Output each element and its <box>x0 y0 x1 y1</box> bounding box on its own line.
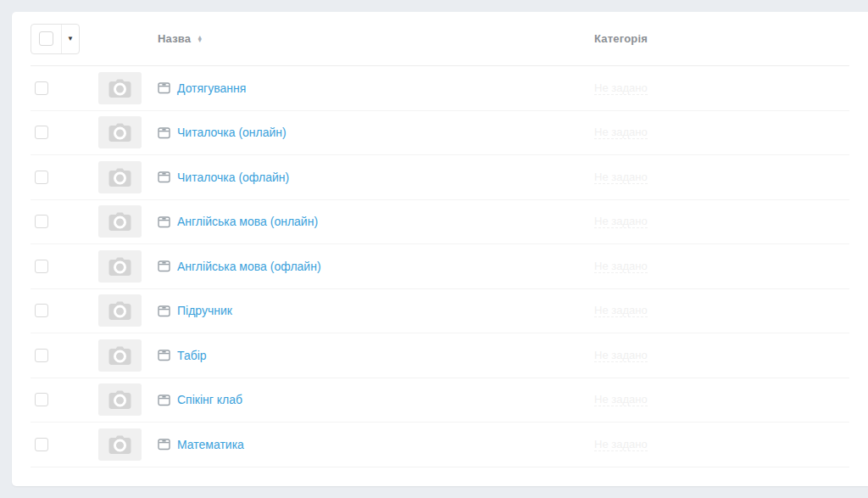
row-checkbox[interactable] <box>35 393 48 406</box>
photo-placeholder[interactable] <box>98 250 142 283</box>
table-row: Математика Не задано <box>31 422 849 467</box>
table-row: Англійська мова (онлайн) Не задано <box>31 200 849 245</box>
category-value[interactable]: Не задано <box>594 349 648 362</box>
window-icon <box>158 260 170 272</box>
row-checkbox[interactable] <box>35 126 48 139</box>
row-checkbox[interactable] <box>35 349 48 362</box>
item-name-link[interactable]: Читалочка (онлайн) <box>177 126 287 139</box>
category-value[interactable]: Не задано <box>594 304 648 317</box>
window-icon <box>158 171 170 183</box>
item-name-link[interactable]: Спікінг клаб <box>177 393 242 406</box>
camera-icon <box>108 390 131 409</box>
column-header-category: Категорія <box>594 32 648 45</box>
table-header: ▼ Назва ▲ ▼ Категорія <box>31 12 849 66</box>
item-name-link[interactable]: Табір <box>177 349 207 362</box>
window-icon <box>158 126 170 139</box>
photo-placeholder[interactable] <box>98 383 142 416</box>
item-name-link[interactable]: Математика <box>177 438 244 451</box>
category-value[interactable]: Не задано <box>594 438 648 451</box>
category-value[interactable]: Не задано <box>594 393 648 406</box>
table-body: Дотягування Не задано <box>31 66 849 467</box>
row-checkbox[interactable] <box>35 304 48 317</box>
category-value[interactable]: Не задано <box>594 215 648 228</box>
select-all-checkbox[interactable] <box>39 31 53 46</box>
row-checkbox[interactable] <box>35 438 48 451</box>
select-all-dropdown[interactable]: ▼ <box>31 24 80 54</box>
sort-arrows-icon[interactable]: ▲ ▼ <box>197 36 203 42</box>
window-icon <box>158 215 170 228</box>
row-checkbox[interactable] <box>35 171 48 184</box>
category-value[interactable]: Не задано <box>594 260 648 273</box>
camera-icon <box>108 301 131 320</box>
photo-placeholder[interactable] <box>98 294 142 327</box>
column-header-name[interactable]: Назва <box>158 32 191 45</box>
photo-placeholder[interactable] <box>98 72 142 104</box>
table-row: Читалочка (офлайн) Не задано <box>31 155 849 200</box>
window-icon <box>158 81 170 94</box>
item-name-link[interactable]: Читалочка (офлайн) <box>177 171 289 184</box>
row-checkbox[interactable] <box>35 260 48 273</box>
category-value[interactable]: Не задано <box>594 171 648 184</box>
row-checkbox[interactable] <box>35 215 48 228</box>
table-row: Дотягування Не задано <box>31 66 849 111</box>
camera-icon <box>108 257 131 276</box>
window-icon <box>158 394 170 406</box>
photo-placeholder[interactable] <box>98 339 142 372</box>
photo-placeholder[interactable] <box>98 428 142 461</box>
category-value[interactable]: Не задано <box>594 81 648 95</box>
camera-icon <box>108 123 131 142</box>
table-row: Табір Не задано <box>31 333 849 378</box>
photo-placeholder[interactable] <box>98 116 142 148</box>
photo-placeholder[interactable] <box>98 161 142 193</box>
items-table-card: ▼ Назва ▲ ▼ Категорія <box>12 12 868 486</box>
camera-icon <box>108 79 131 98</box>
item-name-link[interactable]: Підручник <box>177 304 232 317</box>
camera-icon <box>108 212 131 231</box>
camera-icon <box>108 168 131 187</box>
camera-icon <box>108 346 131 365</box>
table-row: Англійська мова (офлайн) Не задано <box>31 244 849 289</box>
window-icon <box>158 349 170 361</box>
window-icon <box>158 305 170 317</box>
item-name-link[interactable]: Англійська мова (офлайн) <box>177 260 321 273</box>
window-icon <box>158 438 170 450</box>
photo-placeholder[interactable] <box>98 205 142 238</box>
table-row: Спікінг клаб Не задано <box>31 378 849 423</box>
item-name-link[interactable]: Дотягування <box>177 81 246 95</box>
category-value[interactable]: Не задано <box>594 126 648 139</box>
table-row: Читалочка (онлайн) Не задано <box>31 111 849 156</box>
row-checkbox[interactable] <box>35 81 48 95</box>
camera-icon <box>108 435 131 454</box>
caret-down-icon[interactable]: ▼ <box>67 36 74 42</box>
item-name-link[interactable]: Англійська мова (онлайн) <box>177 215 318 228</box>
table-row: Підручник Не задано <box>31 289 849 334</box>
